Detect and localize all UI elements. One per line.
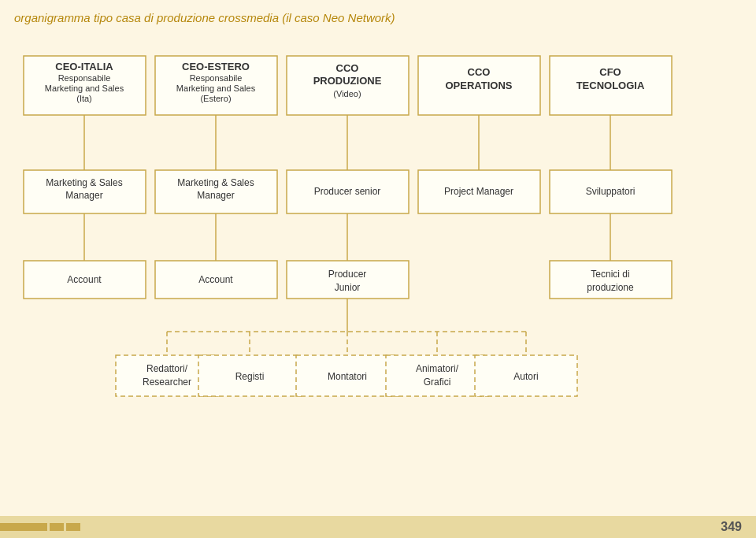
svg-text:Grafici: Grafici	[424, 377, 451, 388]
svg-rect-64	[386, 355, 488, 396]
svg-text:TECNOLOGIA: TECNOLOGIA	[576, 80, 645, 91]
svg-text:Account: Account	[67, 274, 102, 285]
svg-text:Marketing and Sales: Marketing and Sales	[176, 83, 256, 93]
svg-text:(Estero): (Estero)	[200, 94, 231, 103]
svg-text:Responsabile: Responsabile	[58, 73, 111, 83]
svg-text:CFO: CFO	[599, 66, 621, 78]
svg-text:Sviluppatori: Sviluppatori	[586, 186, 636, 197]
svg-text:Manager: Manager	[197, 190, 234, 201]
svg-text:Marketing & Sales: Marketing & Sales	[46, 177, 122, 188]
svg-text:PRODUZIONE: PRODUZIONE	[313, 75, 382, 87]
svg-text:Marketing & Sales: Marketing & Sales	[177, 177, 254, 188]
svg-text:CEO-ESTERO: CEO-ESTERO	[182, 61, 250, 72]
footer: 349	[0, 516, 756, 538]
title-main: organigramma tipo casa di produzione cro…	[14, 11, 279, 24]
svg-text:Animatori/: Animatori/	[416, 363, 459, 374]
svg-text:Junior: Junior	[335, 282, 361, 293]
svg-text:Marketing and Sales: Marketing and Sales	[45, 83, 124, 93]
svg-text:CCO: CCO	[336, 62, 359, 74]
svg-text:Tecnici di: Tecnici di	[591, 269, 629, 280]
org-chart: CEO-ITALIA Responsabile Marketing and Sa…	[16, 48, 740, 476]
footer-decoration	[0, 516, 80, 538]
svg-text:Researcher: Researcher	[143, 377, 191, 388]
page-wrapper: organigramma tipo casa di produzione cro…	[0, 0, 756, 507]
svg-text:Project Manager: Project Manager	[444, 186, 513, 197]
svg-text:Registi: Registi	[235, 371, 265, 382]
svg-text:(Video): (Video)	[333, 89, 361, 98]
svg-text:Producer: Producer	[328, 269, 367, 280]
svg-text:Redattori/: Redattori/	[146, 363, 188, 374]
svg-text:Producer senior: Producer senior	[314, 186, 381, 197]
svg-text:Montatori: Montatori	[328, 371, 367, 382]
svg-text:(Ita): (Ita)	[76, 94, 92, 103]
svg-text:Responsabile: Responsabile	[190, 73, 243, 83]
footer-bar-short	[66, 523, 80, 531]
footer-bar-med	[50, 523, 64, 531]
svg-text:produzione: produzione	[587, 282, 634, 293]
svg-text:CCO: CCO	[468, 66, 491, 78]
title-sub: (il caso Neo Network)	[279, 11, 395, 24]
footer-bar-long	[0, 523, 47, 531]
page-title: organigramma tipo casa di produzione cro…	[14, 11, 742, 24]
svg-text:Account: Account	[198, 274, 233, 285]
page-number: 349	[721, 520, 742, 534]
svg-text:Manager: Manager	[65, 190, 102, 201]
ceo-italia-title: CEO-ITALIA	[55, 61, 113, 72]
svg-text:OPERATIONS: OPERATIONS	[446, 80, 513, 91]
org-chart-svg: CEO-ITALIA Responsabile Marketing and Sa…	[16, 48, 740, 473]
svg-text:Autori: Autori	[513, 371, 538, 382]
